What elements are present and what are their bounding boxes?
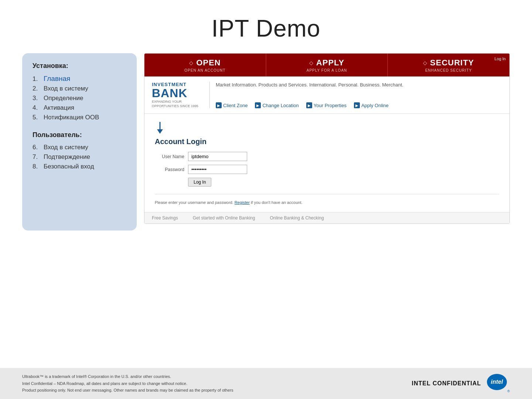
item-num: 7. — [33, 153, 44, 161]
footer-text: Ultrabook™ is a trademark of Intel® Corp… — [22, 373, 233, 394]
footer-banking-checking[interactable]: Online Banking & Checking — [270, 215, 324, 221]
menu-change-location[interactable]: ▶ Change Location — [255, 102, 299, 108]
menu-apply-online[interactable]: ▶ Apply Online — [354, 102, 389, 108]
footer-line-1: Ultrabook™ is a trademark of Intel® Corp… — [22, 373, 233, 380]
item-num: 8. — [33, 163, 44, 170]
open-diamond-icon: ◇ — [189, 60, 193, 66]
svg-marker-1 — [157, 129, 163, 134]
menu-links-row: ▶ Client Zone ▶ Change Location ▶ Your P… — [216, 102, 502, 108]
nav-security-subtitle: ENHANCED SECURITY — [425, 68, 472, 72]
bank-footer: Free Savings Get started with Online Ban… — [144, 212, 509, 224]
page-title: IPT Demo — [0, 0, 532, 53]
password-row: Password — [155, 165, 499, 174]
bank-tagline: EXPANDING YOUR OPPORTUNITIES SINCE 1995 — [152, 100, 198, 108]
footer-free-savings[interactable]: Free Savings — [152, 215, 178, 221]
apply-diamond-icon: ◇ — [309, 60, 313, 66]
password-label: Password — [155, 167, 184, 172]
list-item: 2. Вход в систему — [33, 84, 126, 93]
nav-apply[interactable]: ◇ APPLY APPLY FOR A LOAN — [266, 54, 388, 76]
login-area: Account Login User Name Password Log In … — [144, 114, 509, 212]
nav-apply-title: APPLY — [316, 58, 344, 68]
list-item: 8. Безопасный вход — [33, 162, 126, 171]
setup-section-title: Установка: — [33, 62, 126, 70]
intel-confidential-label: INTEL CONFIDENTIAL — [412, 380, 481, 387]
login-title: Account Login — [155, 137, 499, 146]
login-note-suffix: if you don't have an account. — [251, 200, 303, 205]
item-label: Подтверждение — [44, 153, 90, 161]
list-item: 3. Определение — [33, 93, 126, 103]
your-properties-arrow-icon: ▶ — [306, 102, 312, 108]
setup-list: 1. Главная 2. Вход в систему 3. Определе… — [33, 74, 126, 122]
list-item: 7. Подтверждение — [33, 152, 126, 162]
item-num: 4. — [33, 104, 44, 112]
bank-name-label: BANK — [152, 87, 187, 99]
list-item: 4. Активация — [33, 103, 126, 113]
menu-client-zone[interactable]: ▶ Client Zone — [216, 102, 248, 108]
logo-row: INVESTMENT BANK EXPANDING YOUR OPPORTUNI… — [144, 76, 509, 114]
your-properties-label: Your Properties — [314, 103, 347, 108]
market-info: Market Information. Products and Service… — [216, 82, 502, 88]
security-diamond-icon: ◇ — [423, 60, 427, 66]
apply-online-label: Apply Online — [361, 103, 389, 108]
logo-right: Market Information. Products and Service… — [216, 82, 502, 108]
login-button[interactable]: Log In — [188, 178, 211, 187]
item-num: 2. — [33, 85, 44, 92]
apply-online-arrow-icon: ▶ — [354, 102, 360, 108]
menu-your-properties[interactable]: ▶ Your Properties — [306, 102, 347, 108]
list-item: 5. Нотификация ООВ — [33, 113, 126, 122]
nav-apply-subtitle: APPLY FOR A LOAN — [307, 68, 347, 72]
login-note: Please enter your username and password.… — [155, 194, 499, 205]
footer-line-2: Intel Confidential – NDA Roadmap, all da… — [22, 380, 233, 387]
intel-tm: ® — [507, 389, 510, 393]
item-num: 3. — [33, 95, 44, 102]
list-item: 1. Главная — [33, 74, 126, 84]
logo-divider — [209, 82, 210, 108]
arrow-indicator — [155, 121, 499, 136]
item-label: Главная — [44, 75, 70, 83]
item-label: Определение — [44, 95, 83, 102]
item-label: Активация — [44, 104, 74, 112]
item-label: Вход в систему — [44, 85, 88, 92]
login-note-text: Please enter your username and password. — [155, 200, 233, 205]
change-location-label: Change Location — [262, 103, 299, 108]
nav-open-subtitle: OPEN AN ACCOUNT — [184, 68, 225, 72]
bank-logo: INVESTMENT BANK EXPANDING YOUR OPPORTUNI… — [152, 82, 204, 108]
client-zone-arrow-icon: ▶ — [216, 102, 222, 108]
footer-right: INTEL CONFIDENTIAL intel ® — [412, 374, 510, 393]
username-row: User Name — [155, 152, 499, 161]
password-input[interactable] — [188, 165, 247, 174]
nav-security[interactable]: ◇ SECURITY ENHANCED SECURITY — [388, 54, 509, 76]
list-item: 6. Вход в систему — [33, 143, 126, 152]
bank-panel: ◇ OPEN OPEN AN ACCOUNT ◇ APPLY APPLY FOR… — [144, 53, 510, 224]
bank-nav: ◇ OPEN OPEN AN ACCOUNT ◇ APPLY APPLY FOR… — [144, 54, 509, 76]
register-link[interactable]: Register — [235, 200, 250, 205]
user-section-title: Пользователь: — [33, 131, 126, 139]
item-num: 1. — [33, 75, 44, 83]
login-button-row: Log In — [155, 178, 499, 187]
nav-open[interactable]: ◇ OPEN OPEN AN ACCOUNT — [144, 54, 266, 76]
username-input[interactable] — [188, 152, 247, 161]
user-list: 6. Вход в систему 7. Подтверждение 8. Бе… — [33, 143, 126, 171]
nav-open-title: OPEN — [196, 58, 221, 68]
footer-line-3: Product positioning only. Not end user m… — [22, 387, 233, 394]
nav-security-title: SECURITY — [430, 58, 474, 68]
down-arrow-icon — [155, 121, 165, 134]
change-location-arrow-icon: ▶ — [255, 102, 261, 108]
footer-online-banking[interactable]: Get started with Online Banking — [193, 215, 255, 221]
intel-logo: intel ® — [487, 374, 510, 393]
item-label: Безопасный вход — [44, 163, 94, 170]
log-in-label[interactable]: Log In — [494, 57, 506, 61]
client-zone-label: Client Zone — [223, 103, 248, 108]
item-num: 5. — [33, 114, 44, 121]
intel-circle: intel — [487, 374, 507, 390]
content-area: Установка: 1. Главная 2. Вход в систему … — [0, 53, 532, 231]
item-label: Нотификация ООВ — [44, 114, 99, 121]
username-label: User Name — [155, 154, 184, 159]
bottom-footer: Ultrabook™ is a trademark of Intel® Corp… — [0, 368, 532, 399]
sidebar-panel: Установка: 1. Главная 2. Вход в систему … — [22, 53, 137, 231]
item-num: 6. — [33, 144, 44, 151]
item-label: Вход в систему — [44, 144, 88, 151]
